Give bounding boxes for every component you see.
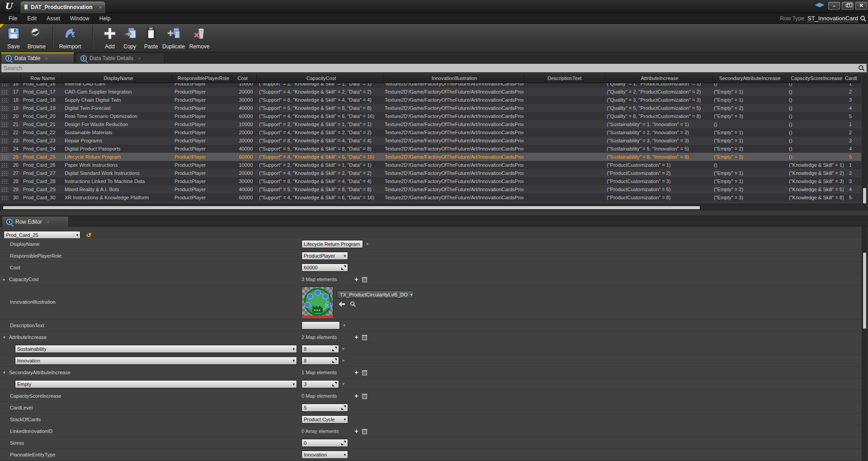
description-text-field[interactable] [302,321,340,329]
browse-to-asset-icon[interactable] [350,301,356,307]
display-name-field[interactable]: Lifecycle Return Program [302,240,363,248]
column-header-description-text[interactable]: DescriptionText [524,74,605,83]
innovation-illustration-thumbnail[interactable] [302,287,333,318]
tab-data-table[interactable]: i Data Table × [1,52,74,63]
asset-tab-close-icon[interactable]: × [99,5,102,10]
texture-asset-dropdown[interactable]: TX_ProductCircularityLvl5_DO ▾ [337,291,414,299]
expanded-arrow-icon[interactable]: ▾ [3,335,8,339]
row-drag-handle[interactable] [1,195,8,200]
maximize-button[interactable] [842,2,854,9]
paste-button[interactable]: Paste [138,26,164,51]
row-drag-handle[interactable] [1,105,8,111]
asset-tab[interactable]: DAT_ProductInnovation × [20,1,106,13]
column-header-capacity-cost[interactable]: CapacityCost [256,74,383,83]
tab-close-icon[interactable]: × [138,56,141,61]
delete-elements-icon[interactable] [362,428,368,434]
table-row[interactable]: 16 Prod_Card_16 Internal CAD-Cam Product… [0,83,861,88]
row-drag-handle[interactable] [1,138,8,143]
column-header-card-level[interactable]: CardLevel [844,74,857,83]
add-element-icon[interactable]: + [354,427,359,435]
column-header-row-name[interactable]: Row Name [20,74,62,83]
menu-help[interactable]: Help [94,15,116,22]
plannable-entity-type-dropdown[interactable]: Innovation ▾ [302,451,348,459]
table-row[interactable]: 30 Prod_Card_30 XR Instructions & Knowle… [0,193,861,202]
attribute-key-dropdown[interactable]: Sustainability ▾ [15,345,297,353]
tab-close-icon[interactable]: × [45,56,47,61]
table-row[interactable]: 28 Prod_Card_28 Instructions Linked To M… [0,177,861,185]
row-drag-handle[interactable] [1,130,8,135]
delete-elements-icon[interactable] [362,369,368,376]
close-button[interactable]: ✕ [855,2,867,9]
table-row[interactable]: 26 Prod_Card_26 Paper Work Instructions … [0,161,861,169]
table-row[interactable]: 17 Prod_Card_17 CAD-Cam Supplier Integra… [0,88,861,96]
row-drag-handle[interactable] [1,89,8,94]
row-drag-handle[interactable] [1,122,8,127]
cost-field[interactable]: 60000 [302,263,348,272]
table-horizontal-scrollbar[interactable] [0,203,861,210]
stress-field[interactable]: 0 [302,439,348,447]
delete-elements-icon[interactable] [362,334,368,340]
delete-elements-icon[interactable] [362,276,368,282]
vertical-scroll-thumb[interactable] [863,252,867,329]
column-header-attribute-increase[interactable]: AttributeIncrease [605,74,712,83]
add-element-icon[interactable]: + [354,392,359,400]
table-row[interactable]: 22 Prod_Card_22 Sustainable Materials Pr… [0,128,861,136]
tab-data-table-details[interactable]: i Data Table Details × [76,52,165,63]
use-selected-asset-icon[interactable] [339,301,345,307]
column-header-innovation-illustration[interactable]: InnovationIllustration [383,74,524,83]
delete-elements-icon[interactable] [362,393,368,399]
search-input[interactable] [1,65,858,71]
value-drag-icon[interactable] [341,441,346,445]
value-drag-icon[interactable] [341,405,346,410]
value-drag-icon[interactable] [341,265,346,270]
stack-of-cards-dropdown[interactable]: Product Cycle ▾ [302,415,348,423]
responsible-player-role-dropdown[interactable]: ProductPlayer ▾ [302,252,348,260]
table-row[interactable]: 29 Prod_Card_29 Mixed Reality & A.I. Bot… [0,185,861,193]
chevron-down-icon[interactable]: ▾ [342,381,344,386]
add-element-icon[interactable]: + [354,368,359,376]
add-element-icon[interactable]: + [354,275,359,283]
row-drag-handle[interactable] [1,179,8,184]
panel-splitter[interactable] [0,210,868,216]
add-element-icon[interactable]: + [354,333,359,341]
chevron-down-icon[interactable]: ▾ [343,323,345,328]
duplicate-button[interactable]: Duplicate [161,26,186,51]
chevron-down-icon[interactable]: ▾ [342,358,344,363]
row-drag-handle[interactable] [1,83,8,86]
reset-to-default-icon[interactable]: ↺ [86,233,91,237]
save-button[interactable]: Save [1,26,26,51]
attribute-key-dropdown[interactable]: Innovation ▾ [15,357,297,365]
horizontal-scroll-thumb[interactable] [3,206,700,210]
row-drag-handle[interactable] [1,146,8,151]
attribute-value-field[interactable]: 3 [302,380,339,388]
table-row[interactable]: 27 Prod_Card_27 Digital Standard Work In… [0,169,861,177]
row-drag-handle[interactable] [1,170,8,176]
row-drag-handle[interactable] [1,97,8,103]
column-header-display-name[interactable]: DisplayName [62,74,172,83]
remove-button[interactable]: Remove [187,26,212,51]
column-header-responsible-player-role[interactable]: ResponsiblePlayerRole [172,74,232,83]
column-header-capacity-score-increase[interactable]: CapacityScoreIncrease [785,74,844,83]
attribute-value-field[interactable]: 8 [302,345,339,353]
graduation-cap-icon[interactable] [815,3,825,7]
chevron-down-icon[interactable]: ▾ [342,346,344,351]
search-icon[interactable] [860,15,866,22]
reimport-button[interactable]: Reimport [57,26,83,51]
table-row[interactable]: 23 Prod_Card_23 Repair Programs ProductP… [0,136,861,145]
table-row[interactable]: 18 Prod_Card_18 Supply Chain Digital Twi… [0,96,861,104]
menu-window[interactable]: Window [65,15,94,22]
menu-edit[interactable]: Edit [22,15,42,22]
row-editor-vertical-scrollbar[interactable] [862,227,868,461]
column-header-cost[interactable]: Cost [232,74,256,83]
collapsed-arrow-icon[interactable]: ▸ [3,277,8,282]
table-row[interactable]: 25 Prod_Card_25 Lifecycle Return Program… [0,153,861,161]
row-drag-handle[interactable] [1,162,8,168]
table-row[interactable]: 19 Prod_Card_19 Digital Twin Forecast Pr… [0,104,861,112]
minimize-button[interactable]: – [828,2,840,9]
row-drag-handle[interactable] [1,113,8,119]
table-row[interactable]: 24 Prod_Card_24 Digital Product Passport… [0,145,861,153]
row-type-value[interactable]: ST_InnovationCard [807,15,858,22]
tab-close-icon[interactable]: × [47,219,49,225]
table-vertical-scrollbar[interactable] [862,74,868,210]
table-row[interactable]: 21 Prod_Card_21 Design For Waste Reducti… [0,120,861,128]
